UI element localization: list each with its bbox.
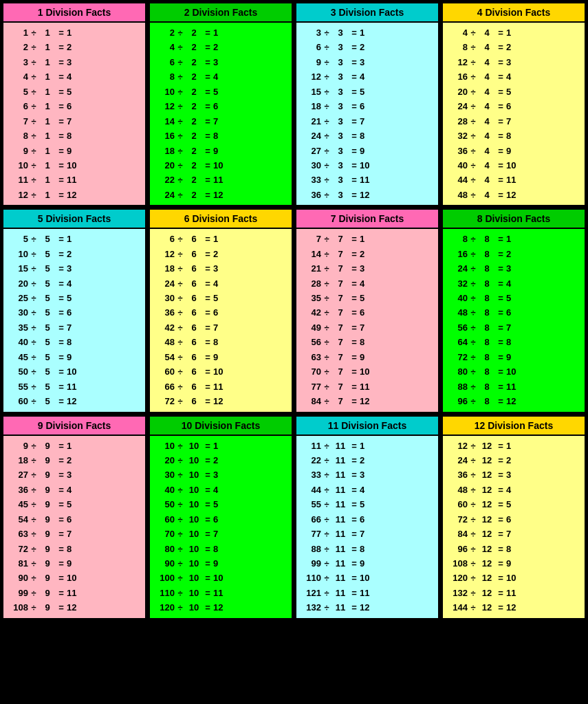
fact-cell: 4 xyxy=(506,276,523,291)
fact-cell: ÷ xyxy=(28,247,39,261)
fact-cell: ÷ xyxy=(321,25,332,40)
fact-cell: 2 xyxy=(8,40,28,54)
fact-cell: 2 xyxy=(186,85,202,99)
fact-row: 6÷3=2 xyxy=(301,40,434,54)
fact-cell: 11 xyxy=(332,512,349,527)
fact-cell: = xyxy=(56,571,67,585)
fact-cell: 7 xyxy=(332,291,349,305)
fact-row: 22÷2=11 xyxy=(154,173,287,187)
fact-row: 14÷7=2 xyxy=(301,247,434,261)
fact-cell: 4 xyxy=(479,25,495,40)
fact-cell: ÷ xyxy=(321,247,332,261)
fact-cell: = xyxy=(349,173,360,187)
section-body-9: 9÷9=118÷9=227÷9=336÷9=445÷9=554÷9=663÷9=… xyxy=(3,436,145,618)
fact-cell: 1 xyxy=(39,144,56,158)
section-body-3: 3÷3=16÷3=29÷3=312÷3=415÷3=518÷3=621÷3=72… xyxy=(296,23,438,205)
fact-cell: 60 xyxy=(154,512,175,527)
fact-cell: 7 xyxy=(213,114,230,129)
fact-row: 56÷8=7 xyxy=(447,320,580,335)
fact-cell: 11 xyxy=(360,173,376,187)
fact-cell: ÷ xyxy=(175,394,186,408)
fact-cell: ÷ xyxy=(28,527,39,541)
fact-cell: 8 xyxy=(8,129,28,143)
fact-cell: 7 xyxy=(301,232,321,246)
fact-cell: ÷ xyxy=(468,512,479,527)
fact-cell: = xyxy=(349,158,360,173)
fact-cell: 4 xyxy=(67,69,83,84)
fact-cell: ÷ xyxy=(468,468,479,482)
fact-cell: 11 xyxy=(332,600,349,615)
fact-cell: = xyxy=(56,247,67,261)
fact-cell: 7 xyxy=(332,350,349,364)
fact-cell: 11 xyxy=(332,542,349,556)
fact-row: 24÷4=6 xyxy=(447,99,580,113)
fact-cell: 12 xyxy=(447,55,468,69)
fact-cell: ÷ xyxy=(28,542,39,556)
fact-cell: ÷ xyxy=(468,364,479,379)
fact-cell: 11 xyxy=(67,380,83,394)
fact-row: 12÷6=2 xyxy=(154,247,287,261)
fact-cell: 12 xyxy=(479,542,495,556)
fact-row: 88÷8=11 xyxy=(447,380,580,394)
fact-cell: 35 xyxy=(8,320,28,335)
fact-cell: 5 xyxy=(39,291,56,305)
fact-cell: = xyxy=(56,291,67,305)
fact-cell: ÷ xyxy=(321,114,332,129)
fact-cell: 5 xyxy=(39,350,56,364)
fact-cell: = xyxy=(202,586,213,600)
fact-cell: 6 xyxy=(186,305,202,320)
fact-cell: ÷ xyxy=(175,69,186,84)
fact-cell: 64 xyxy=(447,335,468,349)
fact-cell: ÷ xyxy=(28,55,39,69)
fact-row: 15÷5=3 xyxy=(8,261,141,276)
fact-row: 48÷12=4 xyxy=(447,483,580,497)
fact-row: 66÷6=11 xyxy=(154,380,287,394)
fact-cell: 11 xyxy=(332,571,349,585)
fact-row: 20÷10=2 xyxy=(154,453,287,468)
fact-cell: 7 xyxy=(506,114,523,129)
fact-cell: 3 xyxy=(332,85,349,99)
fact-cell: ÷ xyxy=(28,350,39,364)
fact-cell: = xyxy=(349,291,360,305)
fact-cell: 6 xyxy=(186,380,202,394)
fact-cell: 30 xyxy=(154,291,175,305)
fact-cell: ÷ xyxy=(321,158,332,173)
fact-cell: ÷ xyxy=(28,512,39,527)
fact-cell: 20 xyxy=(154,158,175,173)
fact-cell: 10 xyxy=(67,158,83,173)
fact-cell: ÷ xyxy=(468,99,479,113)
fact-cell: 8 xyxy=(479,232,495,246)
fact-cell: = xyxy=(202,173,213,187)
fact-cell: 44 xyxy=(447,173,468,187)
fact-cell: = xyxy=(349,40,360,54)
fact-cell: 5 xyxy=(39,276,56,291)
fact-cell: 7 xyxy=(332,380,349,394)
fact-cell: = xyxy=(495,261,506,276)
fact-cell: 10 xyxy=(186,497,202,512)
fact-cell: ÷ xyxy=(321,586,332,600)
fact-cell: ÷ xyxy=(321,571,332,585)
fact-cell: = xyxy=(495,497,506,512)
fact-row: 8÷4=2 xyxy=(447,40,580,54)
fact-cell: = xyxy=(56,129,67,143)
fact-cell: 36 xyxy=(447,468,468,482)
fact-cell: 12 xyxy=(479,439,495,453)
fact-cell: ÷ xyxy=(175,320,186,335)
fact-cell: 1 xyxy=(39,69,56,84)
fact-cell: 18 xyxy=(301,99,321,113)
fact-cell: 22 xyxy=(154,173,175,187)
fact-cell: 4 xyxy=(8,69,28,84)
fact-row: 63÷9=7 xyxy=(8,527,141,541)
fact-cell: = xyxy=(56,85,67,99)
fact-cell: = xyxy=(495,129,506,143)
fact-row: 63÷7=9 xyxy=(301,350,434,364)
fact-cell: 72 xyxy=(447,350,468,364)
fact-cell: 6 xyxy=(360,512,376,527)
fact-cell: ÷ xyxy=(175,364,186,379)
fact-cell: = xyxy=(202,380,213,394)
fact-cell: 2 xyxy=(67,247,83,261)
fact-cell: ÷ xyxy=(28,364,39,379)
fact-cell: ÷ xyxy=(321,69,332,84)
fact-cell: ÷ xyxy=(175,188,186,202)
fact-cell: 7 xyxy=(213,527,230,541)
